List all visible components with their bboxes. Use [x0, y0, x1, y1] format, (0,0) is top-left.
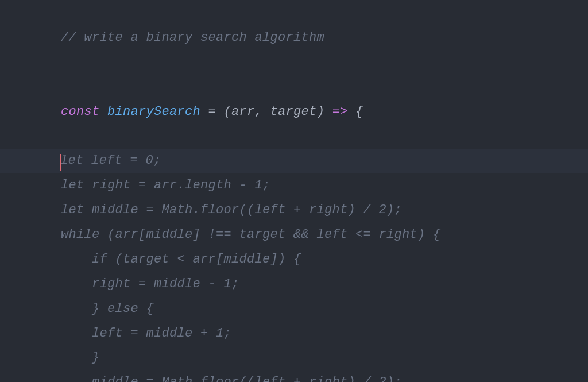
code-line-comment: // write a binary search algorithm: [0, 1, 588, 75]
suggestion-line: if (target < arr[middle]) {: [0, 248, 588, 272]
suggestion-line: let left = 0;: [0, 149, 588, 173]
code-line-signature: const binarySearch = (arr, target) => {: [0, 75, 588, 149]
suggestion-text: middle = Math.floor((left + right) / 2);: [30, 375, 402, 382]
suggestion-text: left = middle + 1;: [30, 326, 231, 341]
suggestion-line: let middle = Math.floor((left + right) /…: [0, 198, 588, 223]
suggestion-line: }: [0, 346, 588, 371]
suggestion-text: while (arr[middle] !== target && left <=…: [30, 227, 441, 242]
suggestion-text: let middle = Math.floor((left + right) /…: [30, 203, 402, 217]
suggestion-line: right = middle - 1;: [0, 272, 588, 297]
suggestion-line: middle = Math.floor((left + right) / 2);: [0, 371, 588, 382]
open-brace: {: [355, 105, 363, 119]
const-keyword: const: [61, 105, 100, 119]
suggestion-block[interactable]: let left = 0; let right = arr.length - 1…: [0, 149, 588, 382]
suggestion-line: } else {: [0, 297, 588, 322]
suggestion-line: left = middle + 1;: [0, 322, 588, 346]
suggestion-line: while (arr[middle] !== target && left <=…: [0, 223, 588, 248]
code-editor[interactable]: // write a binary search algorithm const…: [0, 1, 588, 382]
suggestion-text: right = middle - 1;: [30, 277, 239, 291]
function-name: binarySearch: [100, 105, 201, 119]
text-cursor: [60, 154, 61, 171]
suggestion-text: let left = 0;: [60, 153, 161, 168]
comment-text: // write a binary search algorithm: [61, 30, 324, 45]
suggestion-line: let right = arr.length - 1;: [0, 173, 588, 198]
suggestion-text: let right = arr.length - 1;: [30, 178, 270, 192]
suggestion-text: }: [30, 350, 100, 365]
params-list: arr, target: [231, 105, 317, 119]
equals-operator: =: [200, 105, 224, 119]
suggestion-text: if (target < arr[middle]) {: [30, 252, 301, 267]
suggestion-text: } else {: [30, 302, 154, 316]
arrow-token: =>: [324, 105, 355, 119]
close-paren: ): [317, 105, 325, 119]
open-paren: (: [224, 105, 232, 119]
